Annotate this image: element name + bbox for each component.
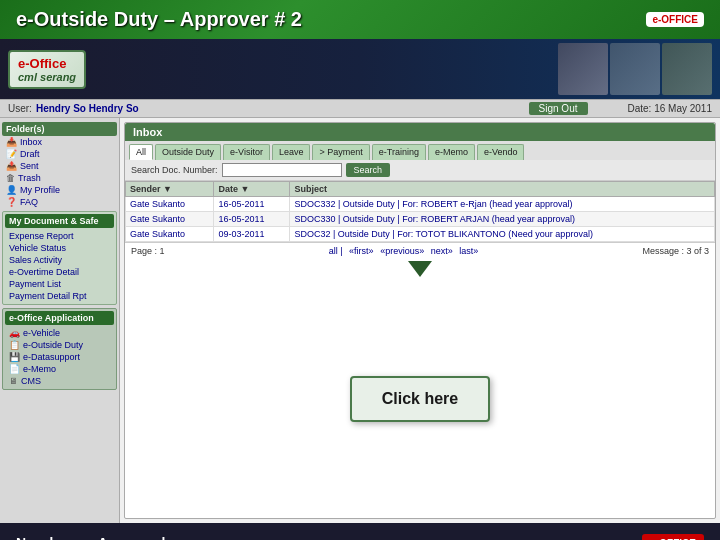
nav-next[interactable]: next» — [431, 246, 453, 256]
col-date: Date ▼ — [214, 182, 290, 197]
draft-icon: 📝 — [6, 149, 17, 159]
tab-etraining[interactable]: e-Training — [372, 144, 426, 160]
sidebar-item-trash[interactable]: 🗑 Trash — [2, 172, 117, 184]
nav-links: all | «first» «previous» next» last» — [327, 246, 481, 256]
tab-outside-duty[interactable]: Outside Duty — [155, 144, 221, 160]
cell-sender: Gate Sukanto — [126, 227, 214, 242]
sidebar-item-expense[interactable]: Expense Report — [5, 230, 114, 242]
banner-block-1 — [558, 43, 608, 95]
tab-evendo[interactable]: e-Vendo — [477, 144, 525, 160]
special-title: My Document & Safe — [5, 214, 114, 228]
nav-last[interactable]: last» — [459, 246, 478, 256]
mail-table-container: Sender ▼ Date ▼ Subject Gate Sukanto16-0… — [125, 181, 715, 242]
expense-label: Expense Report — [9, 231, 74, 241]
sidebar-item-sent[interactable]: 📤 Sent — [2, 160, 117, 172]
sidebar-label-faq: FAQ — [20, 197, 38, 207]
inbox-icon: 📥 — [6, 137, 17, 147]
vehicle-status-label: Vehicle Status — [9, 243, 66, 253]
payment-label: Payment List — [9, 279, 61, 289]
table-row[interactable]: Gate Sukanto16-05-2011SDOC332 | Outside … — [126, 197, 715, 212]
sidebar-item-edatasupport[interactable]: 💾 e-Datasupport — [5, 351, 114, 363]
sign-out-button[interactable]: Sign Out — [529, 102, 588, 115]
mail-table: Sender ▼ Date ▼ Subject Gate Sukanto16-0… — [125, 181, 715, 242]
cell-subject: SDOC32 | Outside Duty | For: TOTOT BLIKA… — [290, 227, 715, 242]
date-label: Date: 16 May 2011 — [628, 103, 713, 114]
sidebar-item-evehicle[interactable]: 🚗 e-Vehicle — [5, 327, 114, 339]
tab-bar: All Outside Duty e-Visitor Leave > Payme… — [125, 141, 715, 160]
content-area: Inbox All Outside Duty e-Visitor Leave >… — [120, 118, 720, 523]
table-row[interactable]: Gate Sukanto09-03-2011SDOC32 | Outside D… — [126, 227, 715, 242]
sales-label: Sales Activity — [9, 255, 62, 265]
sidebar-item-payment[interactable]: Payment List — [5, 278, 114, 290]
cell-date: 16-05-2011 — [214, 197, 290, 212]
banner-images — [558, 43, 712, 95]
nav-first[interactable]: «first» — [349, 246, 374, 256]
sidebar-label-trash: Trash — [18, 173, 41, 183]
edatasupport-icon: 💾 — [9, 352, 20, 362]
eoutsideduty-icon: 📋 — [9, 340, 20, 350]
sidebar-item-sales[interactable]: Sales Activity — [5, 254, 114, 266]
eoffice-logo-top: e-OFFICE — [646, 12, 704, 27]
sidebar-item-eoutsideduty[interactable]: 📋 e-Outside Duty — [5, 339, 114, 351]
payment-rpt-label: Payment Detail Rpt — [9, 291, 87, 301]
banner: e-Office cml serang — [0, 39, 720, 99]
trash-icon: 🗑 — [6, 173, 15, 183]
tab-all[interactable]: All — [129, 144, 153, 160]
search-label: Search Doc. Number: — [131, 165, 218, 175]
need-approval-text: Need your Approval — [16, 535, 167, 540]
cell-subject: SDOC332 | Outside Duty | For: ROBERT e-R… — [290, 197, 715, 212]
app-section: e-Office Application 🚗 e-Vehicle 📋 e-Out… — [2, 308, 117, 390]
arrow-down-icon — [408, 261, 432, 277]
logo-box: e-Office cml serang — [8, 50, 86, 89]
footer-logo: e-OFFICE — [642, 534, 704, 541]
table-row[interactable]: Gate Sukanto16-05-2011SDOC330 | Outside … — [126, 212, 715, 227]
sidebar-item-faq[interactable]: ❓ FAQ — [2, 196, 117, 208]
cell-date: 09-03-2011 — [214, 227, 290, 242]
sidebar-label-draft: Draft — [20, 149, 40, 159]
sidebar-item-draft[interactable]: 📝 Draft — [2, 148, 117, 160]
sidebar-item-ememo[interactable]: 📄 e-Memo — [5, 363, 114, 375]
message-count: Message : 3 of 3 — [642, 246, 709, 256]
cms-label: CMS — [21, 376, 41, 386]
inbox-panel: Inbox All Outside Duty e-Visitor Leave >… — [124, 122, 716, 519]
tab-payment[interactable]: > Payment — [312, 144, 369, 160]
sidebar-item-inbox[interactable]: 📥 Inbox — [2, 136, 117, 148]
arrow-container — [125, 261, 715, 277]
nav-prev[interactable]: «previous» — [380, 246, 424, 256]
click-here-button[interactable]: Click here — [350, 376, 490, 422]
nav-all[interactable]: all | — [329, 246, 343, 256]
banner-block-3 — [662, 43, 712, 95]
sidebar-item-payment-rpt[interactable]: Payment Detail Rpt — [5, 290, 114, 302]
cell-sender: Gate Sukanto — [126, 197, 214, 212]
sidebar-item-profile[interactable]: 👤 My Profile — [2, 184, 117, 196]
inbox-header: Inbox — [125, 123, 715, 141]
sidebar: Folder(s) 📥 Inbox 📝 Draft 📤 Sent 🗑 Trash… — [0, 118, 120, 523]
profile-icon: 👤 — [6, 185, 17, 195]
evehicle-icon: 🚗 — [9, 328, 20, 338]
tab-leave[interactable]: Leave — [272, 144, 311, 160]
sidebar-label-inbox: Inbox — [20, 137, 42, 147]
edatasupport-label: e-Datasupport — [23, 352, 80, 362]
search-input[interactable] — [222, 163, 342, 177]
search-button[interactable]: Search — [346, 163, 391, 177]
col-subject: Subject — [290, 182, 715, 197]
tab-evisitor[interactable]: e-Visitor — [223, 144, 270, 160]
footer: Need your Approval e-OFFICE — [0, 523, 720, 540]
sidebar-label-sent: Sent — [20, 161, 39, 171]
app-title: e-Office Application — [5, 311, 114, 325]
sidebar-item-overtime[interactable]: e-Overtime Detail — [5, 266, 114, 278]
main-layout: Folder(s) 📥 Inbox 📝 Draft 📤 Sent 🗑 Trash… — [0, 118, 720, 523]
ememo-label: e-Memo — [23, 364, 56, 374]
folders-title: Folder(s) — [2, 122, 117, 136]
user-bar: User: Hendry So Hendry So Sign Out Date:… — [0, 99, 720, 118]
tab-ememo[interactable]: e-Memo — [428, 144, 475, 160]
pagination-bar: Page : 1 all | «first» «previous» next» … — [125, 242, 715, 259]
ememo-icon: 📄 — [9, 364, 20, 374]
sidebar-item-vehicle-status[interactable]: Vehicle Status — [5, 242, 114, 254]
click-here-section: Click here — [125, 279, 715, 518]
sidebar-item-cms[interactable]: 🖥 CMS — [5, 375, 114, 387]
title-bar: e-Outside Duty – Approver # 2 e-OFFICE — [0, 0, 720, 39]
page-info: Page : 1 — [131, 246, 165, 256]
cell-sender: Gate Sukanto — [126, 212, 214, 227]
evehicle-label: e-Vehicle — [23, 328, 60, 338]
